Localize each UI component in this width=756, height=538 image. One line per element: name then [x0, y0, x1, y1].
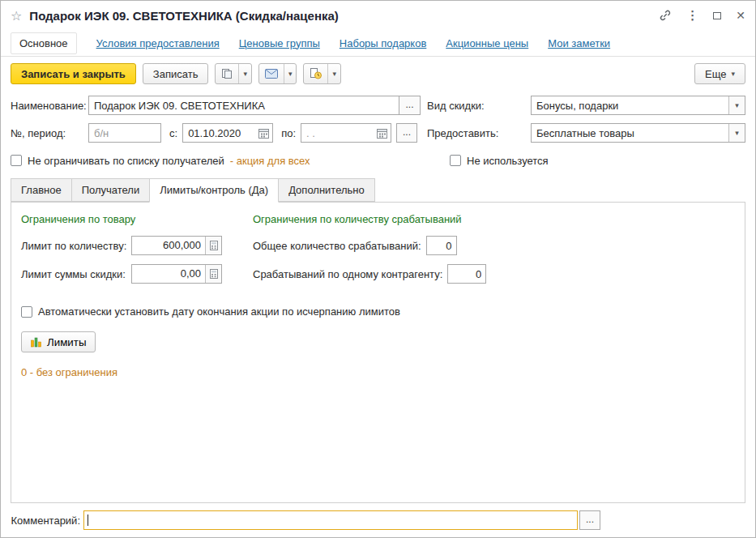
document-copy-icon: [216, 64, 239, 83]
text-caret: [88, 515, 88, 526]
number-field-wrap: [88, 123, 161, 143]
no-recipient-limit-checkbox[interactable]: [11, 155, 22, 166]
total-triggers-label: Общее количество срабатываний:: [253, 240, 421, 252]
sum-limit-value[interactable]: 0,00: [132, 265, 205, 283]
tab-recipients[interactable]: Получатели: [71, 178, 151, 202]
comment-label: Комментарий:: [11, 515, 80, 527]
titlebar-actions: ⋮ ✕: [659, 8, 745, 23]
form-header: Наименование: ... Вид скидки: Бонусы, по…: [1, 91, 755, 170]
chevron-down-icon[interactable]: ▾: [728, 96, 745, 114]
tab-limits-control[interactable]: Лимиты/контроль (Да): [149, 178, 279, 203]
nav-item-gift-sets[interactable]: Наборы подарков: [340, 37, 426, 49]
nav-item-conditions[interactable]: Условия предоставления: [96, 37, 220, 49]
trigger-limits-heading: Ограничения по количеству срабатываний: [253, 213, 735, 225]
detail-tabs: Главное Получатели Лимиты/контроль (Да) …: [1, 178, 755, 202]
number-input[interactable]: [89, 124, 160, 142]
close-icon[interactable]: ✕: [736, 9, 745, 22]
limits-button-label: Лимиты: [47, 336, 86, 348]
date-from-label: с:: [169, 127, 177, 139]
per-partner-triggers-label: Срабатываний по одному контрагенту:: [253, 268, 442, 280]
date-to-label: по:: [281, 127, 296, 139]
dropdown-arrow-icon: ▾: [284, 64, 297, 83]
limits-button[interactable]: Лимиты: [21, 331, 96, 352]
mail-icon: [259, 64, 284, 83]
total-triggers-input[interactable]: [426, 236, 457, 255]
section-nav: Основное Условия предоставления Ценовые …: [1, 30, 755, 57]
link-icon[interactable]: [659, 9, 672, 22]
provide-select[interactable]: Бесплатные товары ▾: [531, 123, 745, 143]
discount-kind-value: Бонусы, подарки: [532, 100, 728, 112]
auto-end-label: Автоматически установить дату окончания …: [38, 305, 400, 318]
provide-label: Предоставить:: [427, 127, 531, 139]
app-window: ☆ Подарок ИЭК 09. СВЕТОТЕХНИКА (Скидка/н…: [0, 0, 756, 538]
tab-main[interactable]: Главное: [11, 178, 72, 202]
dropdown-arrow-icon: ▾: [328, 64, 340, 83]
mail-button[interactable]: ▾: [258, 63, 297, 84]
document-clock-icon: [304, 64, 328, 83]
provide-value: Бесплатные товары: [532, 127, 728, 139]
date-from-input[interactable]: [183, 124, 254, 142]
name-label: Наименование:: [11, 100, 88, 112]
bar-chart-icon: [31, 337, 41, 348]
dropdown-arrow-icon: ▾: [239, 64, 251, 83]
name-input[interactable]: [89, 96, 399, 114]
maximize-icon[interactable]: [713, 12, 721, 19]
not-used-label: Не используется: [467, 155, 549, 167]
calculator-icon[interactable]: [205, 237, 221, 254]
name-choose-button[interactable]: ...: [399, 96, 421, 115]
create-based-on-button[interactable]: ▾: [215, 63, 252, 84]
date-to-wrap: [301, 123, 391, 143]
no-recipient-limit-label: Не ограничивать по списку получателей: [28, 155, 224, 167]
discount-kind-select[interactable]: Бонусы, подарки ▾: [531, 96, 745, 115]
page-title: Подарок ИЭК 09. СВЕТОТЕХНИКА (Скидка/нац…: [29, 9, 338, 23]
date-from-wrap: [182, 123, 273, 143]
nav-item-price-groups[interactable]: Ценовые группы: [239, 37, 320, 49]
date-to-input[interactable]: [301, 124, 373, 142]
period-choose-button[interactable]: ...: [396, 123, 417, 143]
qty-limit-value[interactable]: 600,000: [132, 237, 205, 254]
sum-limit-label: Лимит суммы скидки:: [21, 268, 131, 280]
dropdown-arrow-icon: ▾: [731, 70, 735, 78]
not-used-checkbox[interactable]: [450, 155, 461, 166]
calendar-icon[interactable]: [254, 124, 272, 142]
number-period-label: №, период:: [11, 127, 88, 139]
comment-choose-button[interactable]: ...: [579, 510, 600, 530]
more-menu-icon[interactable]: ⋮: [686, 8, 698, 23]
toolbar: Записать и закрыть Записать ▾ ▾: [1, 57, 755, 91]
auto-end-checkbox[interactable]: [21, 306, 32, 318]
save-button[interactable]: Записать: [143, 63, 209, 84]
per-partner-triggers-input[interactable]: [447, 264, 486, 284]
tab-additional[interactable]: Дополнительно: [278, 178, 375, 202]
name-field-wrap: [88, 96, 399, 115]
nav-item-my-notes[interactable]: Мои заметки: [548, 37, 610, 49]
history-button[interactable]: ▾: [303, 63, 341, 84]
product-limits-heading: Ограничения по товару: [21, 213, 253, 225]
sum-limit-field: 0,00: [131, 264, 222, 284]
comment-input[interactable]: [83, 510, 578, 530]
limits-panel: Ограничения по товару Лимит по количеств…: [11, 202, 745, 503]
nav-item-promo-prices[interactable]: Акционные цены: [446, 37, 528, 49]
title-bar: ☆ Подарок ИЭК 09. СВЕТОТЕХНИКА (Скидка/н…: [1, 1, 755, 30]
save-and-close-button[interactable]: Записать и закрыть: [11, 63, 136, 84]
zero-means-unlimited-note: 0 - без ограничения: [21, 366, 735, 378]
calculator-icon[interactable]: [205, 265, 221, 283]
calendar-icon[interactable]: [373, 124, 391, 142]
favorite-star-icon[interactable]: ☆: [11, 8, 22, 23]
qty-limit-field: 600,000: [131, 236, 222, 255]
chevron-down-icon[interactable]: ▾: [728, 124, 745, 142]
comment-row: Комментарий: ...: [11, 510, 745, 530]
no-recipient-limit-suffix: - акция для всех: [230, 155, 310, 167]
more-actions-button[interactable]: Еще ▾: [694, 63, 745, 84]
more-actions-label: Еще: [705, 68, 726, 80]
discount-kind-label: Вид скидки:: [427, 100, 531, 112]
nav-item-main[interactable]: Основное: [11, 32, 77, 54]
qty-limit-label: Лимит по количеству:: [21, 240, 131, 252]
